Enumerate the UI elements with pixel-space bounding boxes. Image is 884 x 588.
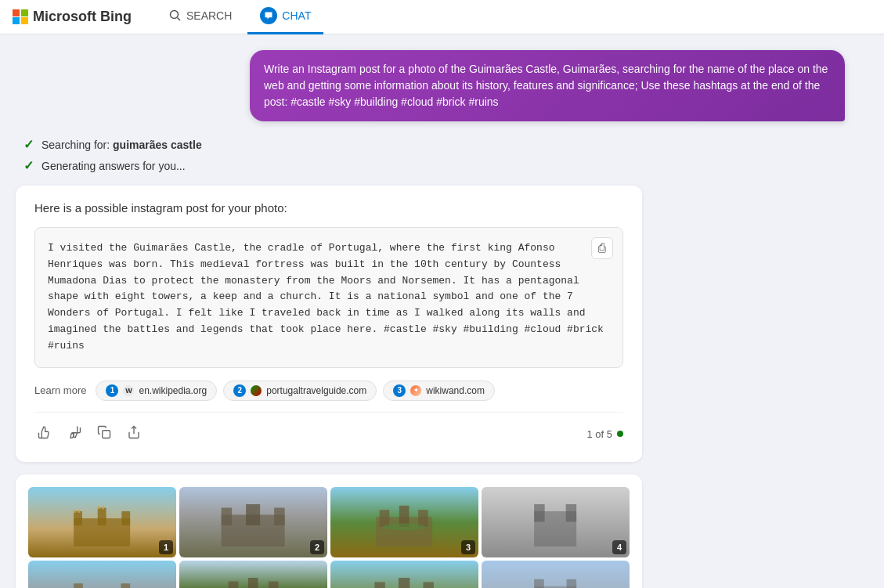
svg-rect-15 [246,504,260,525]
svg-rect-37 [567,579,577,588]
svg-rect-8 [74,510,76,513]
castle-silhouette-5 [50,571,153,588]
image-item-1[interactable]: 1 [28,487,176,557]
svg-rect-18 [418,510,428,527]
wikiwand-icon: ✦ [410,385,421,396]
image-badge-1: 1 [159,540,173,554]
castle-image-3 [330,487,478,557]
image-grid-row-1: 1 2 [28,487,630,557]
chat-tab-label: CHAT [282,9,311,22]
logo-area: Microsoft Bing [13,9,132,25]
learn-more-section: Learn more 1 W en.wikipedia.org 2 portug… [34,381,623,401]
response-intro: Here is a possible instagram post for yo… [34,201,623,215]
image-badge-3: 3 [461,540,475,554]
svg-rect-26 [121,583,131,588]
check-icon-2: ✓ [23,158,34,173]
learn-more-label: Learn more [34,384,86,396]
svg-rect-34 [424,582,435,588]
image-grid-section: 1 2 [16,474,642,588]
svg-rect-13 [222,508,233,526]
svg-rect-25 [74,583,83,588]
svg-rect-32 [375,582,386,588]
svg-line-1 [178,18,181,21]
image-item-5[interactable] [28,561,176,588]
svg-rect-23 [566,504,577,522]
svg-rect-33 [399,578,410,588]
search-tab-label: SEARCH [186,9,232,22]
svg-rect-14 [274,508,285,526]
page-indicator: 1 of 5 [586,428,623,440]
status-generating: ✓ Generating answers for you... [23,155,861,176]
image-badge-2: 2 [310,540,324,554]
source-chip-wikipedia[interactable]: 1 W en.wikipedia.org [96,381,217,401]
brand-name: Microsoft Bing [33,9,132,25]
source-label-3: wikiwand.com [426,385,485,396]
castle-silhouette-7 [352,571,456,588]
thumbs-up-button[interactable] [34,422,55,446]
image-item-4[interactable]: 4 [482,487,630,557]
castle-image-6 [179,561,327,588]
copy-post-button[interactable]: ⎙ [591,237,613,259]
green-dot [617,431,623,437]
source-label-2: portugaltravelguide.com [266,385,366,396]
share-button[interactable] [124,422,144,446]
castle-silhouette-1 [50,497,153,547]
castle-image-2 [179,487,327,557]
castle-image-7 [330,561,478,588]
source-num-2: 2 [233,384,246,397]
image-item-3[interactable]: 3 [330,487,478,557]
status-items: ✓ Searching for: guimarães castle ✓ Gene… [16,134,868,176]
source-chip-wikiwand[interactable]: 3 ✦ wikiwand.com [383,381,495,401]
chat-bubble-icon [260,7,277,24]
ms-square-blue [13,17,20,24]
castle-silhouette-3 [352,497,456,547]
castle-image-1 [28,487,176,557]
user-bubble: Write an Instagram post for a photo of t… [250,50,845,121]
main-content: Write an Instagram post for a photo of t… [0,34,884,588]
svg-rect-5 [74,511,82,525]
source-chip-portugal[interactable]: 2 portugaltravelguide.com [223,381,377,401]
tab-search[interactable]: SEARCH [157,0,244,34]
svg-rect-28 [229,582,239,588]
search-icon [169,9,182,22]
source-num-3: 3 [393,384,406,397]
image-badge-4: 4 [612,540,626,554]
searching-text: Searching for: guimarães castle [41,139,202,151]
svg-point-20 [383,523,425,530]
image-item-7[interactable] [330,561,478,588]
castle-silhouette-2 [201,497,305,547]
copy-button[interactable] [94,422,114,446]
castle-silhouette-4 [503,497,607,547]
svg-rect-36 [534,579,544,588]
svg-point-0 [171,11,179,19]
thumbs-down-button[interactable] [64,422,85,446]
svg-rect-11 [102,507,104,510]
tab-chat[interactable]: CHAT [247,0,323,34]
action-buttons [34,422,144,446]
generating-text: Generating answers for you... [41,160,186,172]
ms-square-green [21,9,28,16]
check-icon-1: ✓ [23,137,34,152]
status-searching: ✓ Searching for: guimarães castle [23,134,861,155]
svg-rect-22 [534,504,545,522]
ms-square-yellow [21,17,28,24]
castle-silhouette-8 [503,571,607,588]
post-text: I visited the Guimarães Castle, the crad… [48,240,610,355]
svg-rect-7 [122,511,131,525]
svg-rect-9 [78,510,81,513]
image-item-8[interactable] [482,561,630,588]
source-num-1: 1 [106,384,118,397]
search-term: guimarães castle [113,139,202,151]
svg-rect-30 [248,578,258,588]
image-item-6[interactable] [179,561,327,588]
ms-square-red [13,9,20,16]
response-card: Here is a possible instagram post for yo… [16,186,642,462]
image-item-2[interactable]: 2 [179,487,327,557]
image-grid-row-2 [28,561,630,588]
wikipedia-icon: W [123,385,134,396]
portugal-icon [251,385,262,396]
header: Microsoft Bing SEARCH CHAT [0,0,884,34]
svg-rect-6 [98,508,106,526]
instagram-post-box: ⎙ I visited the Guimarães Castle, the cr… [34,227,623,368]
svg-rect-10 [98,507,100,510]
